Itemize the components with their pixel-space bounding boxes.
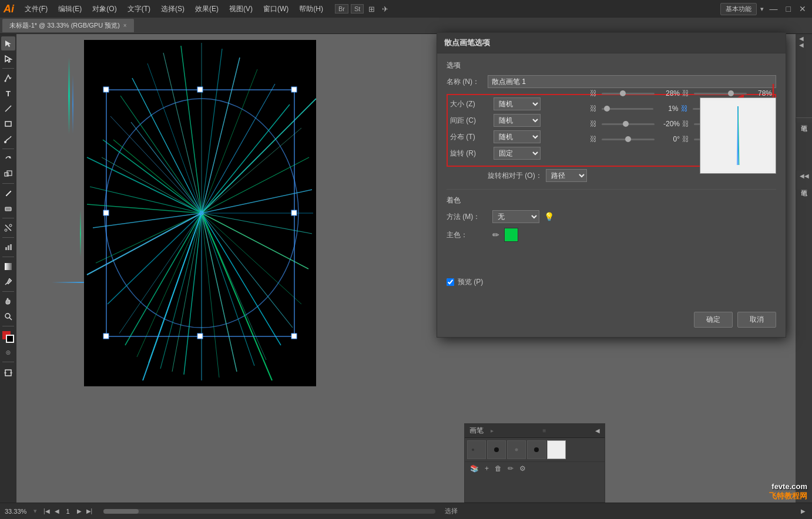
artboard-tool[interactable] (1, 366, 15, 380)
doc-tab-close[interactable]: × (123, 22, 127, 29)
stroke-color[interactable] (6, 335, 14, 343)
svg-rect-74 (291, 87, 297, 92)
svg-rect-77 (103, 333, 109, 339)
gradient-tool[interactable] (1, 260, 15, 274)
brush-panel-collapse[interactable]: ◀ (595, 427, 600, 434)
selection-box[interactable] (84, 40, 316, 386)
distribution-select[interactable]: 随机 (494, 130, 541, 143)
method-label: 方法 (M)： (447, 212, 488, 222)
ok-button[interactable]: 确定 (694, 312, 733, 328)
zoom-tool[interactable] (1, 309, 15, 323)
spacing-select[interactable]: 随机 (494, 114, 541, 127)
scroll-right-btn[interactable]: ▶ (799, 507, 807, 515)
brush-lib-btn[interactable]: 📚 (468, 464, 481, 473)
minimize-btn[interactable]: — (767, 3, 780, 15)
send-btn[interactable]: ✈ (380, 4, 391, 15)
name-label: 名称 (N)： (447, 77, 488, 87)
scroll-thumb[interactable] (103, 509, 139, 514)
right-side-panel-2: 画笔 (796, 117, 812, 123)
screen-mode[interactable]: ◎ (1, 345, 15, 359)
doc-tab[interactable]: 未标题-1* @ 33.33% (RGB/GPU 预览) × (2, 19, 134, 32)
brush-options-btn[interactable]: ⚙ (518, 464, 528, 473)
rot-chain-icon: ⛓ (590, 135, 597, 143)
brush-item-3[interactable] (507, 440, 526, 459)
brush-item-5[interactable] (547, 440, 566, 459)
prev-page-btn[interactable]: ◀ (53, 507, 61, 515)
page-number: 1 (62, 508, 74, 515)
pen-tool[interactable] (1, 71, 15, 85)
brush-add-btn[interactable]: + (483, 464, 491, 473)
pencil-tool[interactable] (1, 186, 15, 200)
restore-btn[interactable]: □ (784, 3, 793, 15)
hint-icon[interactable]: 💡 (544, 212, 554, 221)
brush-edit-btn[interactable]: ✏ (506, 464, 515, 473)
method-select[interactable]: 无 (492, 210, 539, 223)
direct-select-tool[interactable] (1, 52, 15, 66)
eyedropper-btn[interactable]: ✏ (492, 230, 499, 240)
rotation-relative-select[interactable]: 路径 (546, 169, 587, 182)
menu-text[interactable]: 文字(T) (123, 3, 155, 15)
svg-line-19 (9, 318, 12, 320)
rot-slider-1[interactable] (602, 139, 655, 140)
next-page-btn[interactable]: ▶ (75, 507, 83, 515)
color-swatch[interactable] (504, 228, 518, 242)
eraser-tool[interactable] (1, 201, 15, 215)
fill-stroke-indicator[interactable] (1, 330, 15, 343)
select-tool[interactable] (1, 36, 15, 50)
rotation-relative-label: 旋转相对于 (O)： (488, 171, 542, 181)
brush-tool[interactable] (1, 132, 15, 146)
dist-slider-1[interactable] (602, 123, 655, 125)
brush-panel-toolbar: 📚 + 🗑 ✏ ⚙ (465, 461, 605, 475)
menu-help[interactable]: 帮助(H) (294, 3, 328, 15)
menu-view[interactable]: 视图(V) (224, 3, 257, 15)
menu-object[interactable]: 对象(O) (88, 3, 121, 15)
cancel-button[interactable]: 取消 (737, 312, 776, 328)
scissors-tool[interactable] (1, 221, 15, 235)
app-logo: Ai (4, 3, 14, 15)
chart-tool[interactable] (1, 240, 15, 254)
brush-item-2[interactable] (487, 440, 506, 459)
brush-item-4[interactable] (527, 440, 546, 459)
menu-window[interactable]: 窗口(W) (259, 3, 293, 15)
spacing-slider-1[interactable] (602, 108, 653, 110)
brush-delete-btn[interactable]: 🗑 (493, 464, 504, 473)
grid-btn[interactable]: ⊞ (366, 4, 377, 15)
first-page-btn[interactable]: |◀ (42, 507, 52, 515)
panel-expand-btn[interactable]: ◀◀ (796, 34, 807, 49)
options-section-label: 选项 (447, 60, 776, 70)
size-select[interactable]: 随机 (494, 97, 541, 110)
rotation-select[interactable]: 固定 (494, 147, 541, 160)
scale-tool[interactable] (1, 167, 15, 181)
svg-rect-4 (5, 122, 11, 126)
stock-btn[interactable]: St (351, 4, 364, 14)
preview-label[interactable]: 预览 (P) (458, 277, 483, 287)
menu-edit[interactable]: 编辑(E) (53, 3, 86, 15)
text-tool[interactable]: T (1, 86, 15, 100)
dialog-title-bar: 散点画笔选项 (437, 33, 786, 53)
horizontal-scrollbar[interactable] (103, 509, 435, 514)
preview-checkbox[interactable] (447, 278, 454, 286)
svg-point-91 (534, 447, 539, 452)
workspace-btn[interactable]: 基本功能 (720, 3, 757, 15)
rect-tool[interactable] (1, 117, 15, 131)
brush-panel-tab[interactable]: 画笔 (798, 183, 810, 187)
menu-effect[interactable]: 效果(E) (190, 3, 223, 15)
rotate-tool[interactable] (1, 151, 15, 166)
preview-box (700, 97, 776, 174)
bridge-btn[interactable]: Br (335, 4, 348, 14)
side-expand-left[interactable]: ◀◀ (800, 173, 809, 179)
svg-point-89 (494, 447, 499, 452)
eyedropper-tool[interactable] (1, 275, 15, 289)
line-tool[interactable] (1, 102, 15, 116)
dist-chain-icon: ⛓ (590, 120, 597, 128)
normal-mode[interactable]: □ (0, 345, 1, 359)
menu-select[interactable]: 选择(S) (156, 3, 189, 15)
spacing-chain-icon: ⛓ (590, 105, 597, 113)
brush-item-1[interactable] (467, 440, 486, 459)
last-page-btn[interactable]: ▶| (85, 507, 95, 515)
size-slider-1[interactable] (602, 93, 655, 95)
hand-tool[interactable] (1, 294, 15, 308)
menu-file[interactable]: 文件(F) (20, 3, 52, 15)
close-btn[interactable]: ✕ (797, 3, 808, 15)
zoom-value[interactable]: 33.33% (5, 508, 31, 515)
